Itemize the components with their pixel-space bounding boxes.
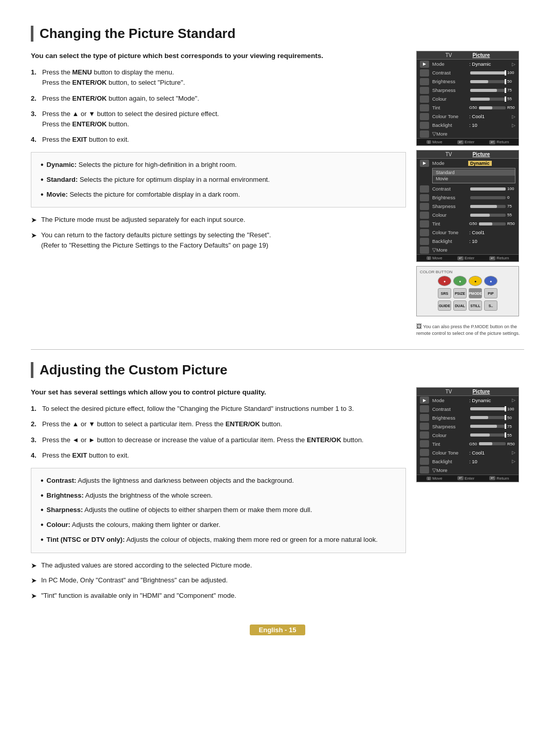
tv2-row-backlight: Backlight : 10 <box>417 237 519 245</box>
step-1-text: Press the MENU button to display the men… <box>42 67 185 88</box>
tv1-val-tint-r: R50 <box>507 105 515 110</box>
s2-step-2: 2. Press the ▲ or ▼ button to select a p… <box>31 419 406 429</box>
s2-step-1-num: 1. <box>31 404 39 414</box>
remote-top-label: COLOR BUTTON <box>420 270 515 274</box>
key-enter-3: ↵ <box>457 476 464 480</box>
tv1-tv-label: TV <box>446 52 452 58</box>
remote-btn-green[interactable]: ● <box>453 276 467 286</box>
tv1-footer: ↕ Move ↵Enter ↩ Return <box>417 138 519 145</box>
key-return-3: ↩ <box>489 476 495 480</box>
tv1-bar-contrast <box>470 71 506 74</box>
tv1-bar-sharpness <box>470 89 506 92</box>
tv1-titlebar: TV Picture <box>417 51 519 60</box>
section1-arrows: ➤ The Picture mode must be adjusted sepa… <box>31 215 406 251</box>
remote-btn-red[interactable]: ● <box>438 276 451 286</box>
step-3-num: 3. <box>31 109 39 129</box>
remote-btn-still[interactable]: STILL <box>469 300 482 311</box>
tv-screen-2: TV Picture ▶ Mode Dynamic Standard Movie… <box>416 150 519 262</box>
s2-bullet-tint-text: Tint (NTSC or DTV only): Adjusts the col… <box>47 535 378 545</box>
tv1-icon-backlight <box>420 122 429 129</box>
remote-btn-blue[interactable]: ● <box>484 276 497 286</box>
tv2-row-tint: Tint G50 R50 <box>417 219 519 228</box>
step-1-num: 1. <box>31 67 39 88</box>
s2-arrow-3-text: "Tint" function is available only in "HD… <box>41 591 236 602</box>
tv1-footer-return: ↩ Return <box>489 140 509 144</box>
tv2-row-mode: ▶ Mode Dynamic <box>417 159 519 167</box>
remote-btn-srs[interactable]: SRS <box>438 288 451 298</box>
section1-intro: You can select the type of picture which… <box>31 51 406 61</box>
remote-btn-pmode[interactable]: PMODE <box>469 288 482 298</box>
tv2-footer: ↕ Move ↵Enter ↩ Return <box>417 254 519 261</box>
s2-step-4: 4. Press the EXIT button to exit. <box>31 450 406 461</box>
s2-arrow-2-text: In PC Mode, Only "Contrast" and "Brightn… <box>41 575 228 587</box>
tv3-tick-contrast <box>505 406 506 411</box>
tv1-icon-colourtone <box>420 113 429 120</box>
tv2-val-contrast: 100 <box>507 186 515 191</box>
tv3-icon-colourtone <box>420 449 429 456</box>
tv3-bar-brightness <box>470 416 506 419</box>
tv3-row-more: ▽More <box>417 466 519 475</box>
tv1-fill-colour <box>470 98 490 101</box>
tv1-footer-enter: ↵Enter <box>457 140 474 144</box>
tv2-titlebar: TV Picture <box>417 150 519 159</box>
tv1-row-more: ▽More <box>417 129 519 138</box>
s2-arrow-1-text: The adjusted values are stored according… <box>41 560 252 572</box>
tv1-bl-arrow: ▷ <box>512 123 515 128</box>
tv2-fill-colour <box>470 214 490 217</box>
s2-arrow-2: ➤ In PC Mode, Only "Contrast" and "Brigh… <box>31 575 406 587</box>
tv2-dropdown: Standard Movie <box>432 168 515 183</box>
step-4: 4. Press the EXIT button to exit. <box>31 135 406 145</box>
tv3-label-mode: Mode <box>432 398 468 403</box>
remote-btn-yellow[interactable]: ● <box>469 276 482 286</box>
s2-step-3-num: 3. <box>31 435 39 445</box>
tv1-val-colour: 55 <box>507 97 515 101</box>
tv1-row-colourtone: Colour Tone : Cool1 ▷ <box>417 112 519 121</box>
tv2-label-sharpness: Sharpness <box>432 203 468 209</box>
tv1-label-contrast: Contrast <box>432 70 468 75</box>
tv3-bar-contrast <box>470 407 506 410</box>
tv2-label-mode: Mode <box>432 160 468 166</box>
tv3-label-colour: Colour <box>432 432 468 438</box>
arrow-icon-2: ➤ <box>31 230 38 251</box>
tv3-footer: ↕ Move ↵Enter ↩ Return <box>417 475 519 482</box>
bullet-dot-2: • <box>41 175 44 185</box>
section-divider <box>31 349 524 350</box>
tv2-val-tint-g: G50 <box>469 221 477 226</box>
remote-btn-s[interactable]: S.. <box>484 300 497 311</box>
tv2-icon-more <box>420 247 429 254</box>
tv1-row-tint: Tint G50 R50 <box>417 103 519 112</box>
bullet-standard-text: Standard: Selects the picture for optimu… <box>47 175 270 185</box>
section1-steps: 1. Press the MENU button to display the … <box>31 67 406 145</box>
tv2-footer-move: ↕ Move <box>427 256 442 260</box>
tv3-val-tint-r: R50 <box>507 442 515 446</box>
tv2-label-tint: Tint <box>432 221 468 226</box>
tv1-val-tint-g: G50 <box>469 105 477 110</box>
tv2-row-colourtone: Colour Tone : Cool1 <box>417 228 519 237</box>
tv2-icon-contrast <box>420 185 429 193</box>
remote-btn-guide[interactable]: GUIDE <box>438 300 451 311</box>
remote-btn-dual[interactable]: DUAL <box>453 300 467 311</box>
tv1-bar-tint <box>479 106 506 109</box>
tv1-label-sharpness: Sharpness <box>432 87 468 93</box>
tv1-row-brightness: Brightness 50 <box>417 77 519 86</box>
tv3-val-colour: 55 <box>507 433 515 438</box>
s2-step-2-num: 2. <box>31 419 39 429</box>
remote-btn-psize[interactable]: PSIZE <box>453 288 467 298</box>
arrow-2: ➤ You can return to the factory defaults… <box>31 230 406 251</box>
section1-body: You can select the type of picture which… <box>31 51 524 337</box>
tv1-val-brightness: 50 <box>507 79 515 84</box>
remote-btn-pip[interactable]: PIP <box>484 288 497 298</box>
tv3-footer-move: ↕ Move <box>427 476 442 481</box>
tv3-row-brightness: Brightness 50 <box>417 413 519 422</box>
s2-bullet-sharpness: • Sharpness: Adjusts the outline of obje… <box>41 505 396 516</box>
s2-arrow-icon-2: ➤ <box>31 575 38 587</box>
tv1-label-more: ▽More <box>432 131 468 137</box>
tv1-icon-brightness <box>420 78 429 85</box>
s2-step-1-text: To select the desired picture effect, fo… <box>42 404 354 414</box>
tv2-val-colourtone: : Cool1 <box>469 230 485 235</box>
tv2-opt-standard: Standard <box>433 169 515 176</box>
tv1-icon-mode: ▶ <box>420 61 429 68</box>
arrow-1-text: The Picture mode must be adjusted separa… <box>41 215 245 226</box>
tv3-val-brightness: 50 <box>507 415 515 420</box>
bullet-dynamic-text: Dynamic: Selects the picture for high-de… <box>47 160 237 171</box>
